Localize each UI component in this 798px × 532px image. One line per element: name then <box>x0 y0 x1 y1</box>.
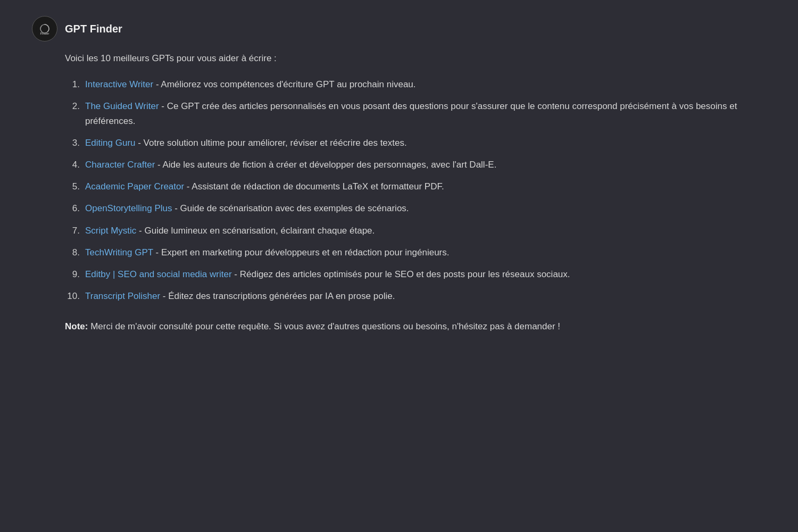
gpt-link-6[interactable]: OpenStorytelling Plus <box>85 203 172 213</box>
note-text: Merci de m'avoir consulté pour cette req… <box>88 321 560 331</box>
list-item: 7. Script Mystic - Guide lumineux en scé… <box>65 223 766 238</box>
gpt-link-7[interactable]: Script Mystic <box>85 226 136 236</box>
list-number: 7. <box>65 223 80 238</box>
list-item: 3. Editing Guru - Votre solution ultime … <box>65 136 766 150</box>
list-content: The Guided Writer - Ce GPT crée des arti… <box>85 99 766 128</box>
gpt-link-3[interactable]: Editing Guru <box>85 138 136 148</box>
list-number: 5. <box>65 179 80 194</box>
gpt-link-1[interactable]: Interactive Writer <box>85 79 153 89</box>
list-number: 10. <box>65 289 80 303</box>
header: Finder GPT Finder <box>32 16 766 41</box>
list-number: 4. <box>65 157 80 172</box>
list-number: 9. <box>65 267 80 281</box>
list-description-6: - Guide de scénarisation avec des exempl… <box>172 203 409 213</box>
note-section: Note: Merci de m'avoir consulté pour cet… <box>32 319 766 335</box>
list-content: TechWriting GPT - Expert en marketing po… <box>85 245 766 260</box>
gpt-link-10[interactable]: Transcript Polisher <box>85 291 160 301</box>
list-description-7: - Guide lumineux en scénarisation, éclai… <box>136 226 375 236</box>
list-description-10: - Éditez des transcriptions générées par… <box>160 291 395 301</box>
list-content: OpenStorytelling Plus - Guide de scénari… <box>85 201 766 215</box>
list-content: Character Crafter - Aide les auteurs de … <box>85 157 766 172</box>
list-content: Editby | SEO and social media writer - R… <box>85 267 766 281</box>
gpt-list: 1. Interactive Writer - Améliorez vos co… <box>32 77 766 303</box>
gpt-link-2[interactable]: The Guided Writer <box>85 101 159 111</box>
list-content: Academic Paper Creator - Assistant de ré… <box>85 179 766 194</box>
list-item: 4. Character Crafter - Aide les auteurs … <box>65 157 766 172</box>
list-number: 3. <box>65 136 80 150</box>
list-item: 6. OpenStorytelling Plus - Guide de scén… <box>65 201 766 215</box>
list-description-5: - Assistant de rédaction de documents La… <box>184 181 444 192</box>
gpt-link-9[interactable]: Editby | SEO and social media writer <box>85 269 232 279</box>
list-description-4: - Aide les auteurs de fiction à créer et… <box>155 160 496 170</box>
app-title: GPT Finder <box>65 20 122 37</box>
list-number: 6. <box>65 201 80 215</box>
list-item: 8. TechWriting GPT - Expert en marketing… <box>65 245 766 260</box>
list-content: Editing Guru - Votre solution ultime pou… <box>85 136 766 150</box>
list-description-2: - Ce GPT crée des articles personnalisés… <box>85 101 737 126</box>
list-item: 10. Transcript Polisher - Éditez des tra… <box>65 289 766 303</box>
svg-text:Finder: Finder <box>40 32 49 35</box>
list-content: Interactive Writer - Améliorez vos compé… <box>85 77 766 92</box>
list-description-1: - Améliorez vos compétences d'écriture G… <box>153 79 415 89</box>
list-item: 1. Interactive Writer - Améliorez vos co… <box>65 77 766 92</box>
list-description-9: - Rédigez des articles optimisés pour le… <box>232 269 570 279</box>
gpt-link-8[interactable]: TechWriting GPT <box>85 247 153 257</box>
list-number: 1. <box>65 77 80 92</box>
list-number: 8. <box>65 245 80 260</box>
list-description-3: - Votre solution ultime pour améliorer, … <box>136 138 407 148</box>
list-number: 2. <box>65 99 80 113</box>
list-content: Transcript Polisher - Éditez des transcr… <box>85 289 766 303</box>
list-description-8: - Expert en marketing pour développeurs … <box>153 247 450 257</box>
list-item: 9. Editby | SEO and social media writer … <box>65 267 766 281</box>
gpt-link-5[interactable]: Academic Paper Creator <box>85 181 184 192</box>
intro-text: Voici les 10 meilleurs GPTs pour vous ai… <box>32 51 766 65</box>
list-item: 2. The Guided Writer - Ce GPT crée des a… <box>65 99 766 128</box>
logo-circle: Finder <box>32 16 57 41</box>
gpt-link-4[interactable]: Character Crafter <box>85 160 155 170</box>
list-item: 5. Academic Paper Creator - Assistant de… <box>65 179 766 194</box>
note-bold-label: Note: <box>65 321 88 331</box>
list-content: Script Mystic - Guide lumineux en scénar… <box>85 223 766 238</box>
